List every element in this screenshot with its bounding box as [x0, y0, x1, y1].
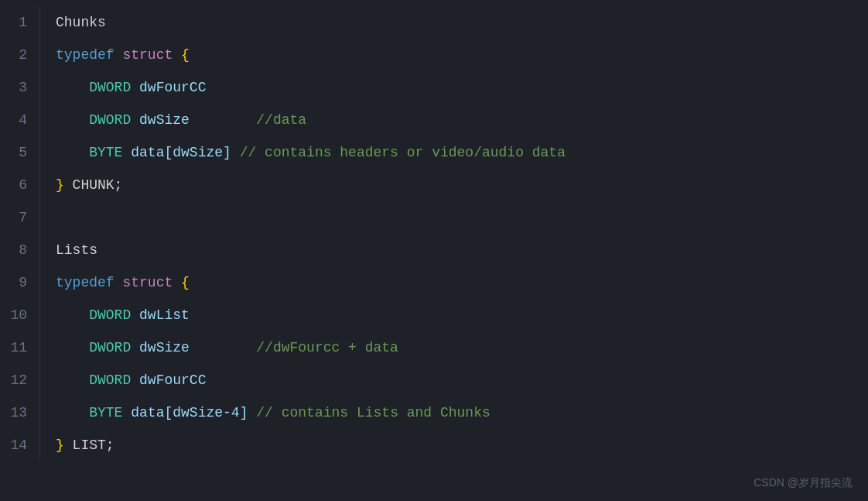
code-line: 8Lists: [0, 234, 868, 266]
code-token: [131, 372, 139, 388]
line-number: 12: [0, 364, 40, 396]
code-token: DWORD: [89, 372, 131, 388]
code-lines: 1Chunks2typedef struct {3 DWORD dwFourCC…: [0, 6, 868, 462]
code-line: 10 DWORD dwList: [0, 299, 868, 331]
code-token: // contains Lists and Chunks: [256, 405, 490, 420]
code-token: dwSize: [139, 340, 190, 355]
code-token: dwSize: [139, 112, 190, 128]
line-number: 14: [0, 429, 40, 462]
code-token: [56, 145, 89, 160]
code-token: [114, 47, 123, 63]
code-token: typedef: [56, 47, 114, 63]
code-token: [231, 145, 240, 160]
code-token: //data: [256, 112, 306, 128]
code-line: 2typedef struct {: [0, 39, 868, 71]
code-line: 11 DWORD dwSize //dwFourcc + data: [0, 331, 868, 364]
line-content: BYTE data[dwSize-4] // contains Lists an…: [40, 396, 490, 429]
line-number: 6: [0, 169, 40, 201]
line-content: DWORD dwFourCC: [40, 71, 206, 104]
line-number: 13: [0, 396, 40, 429]
code-token: [56, 307, 89, 323]
code-token: struct: [122, 275, 173, 290]
line-number: 7: [0, 201, 40, 234]
code-token: [56, 80, 89, 95]
code-token: dwList: [139, 307, 190, 323]
watermark: CSDN @岁月指尖流: [754, 476, 853, 490]
code-token: {: [173, 47, 190, 63]
code-token: Lists: [56, 242, 97, 258]
line-content: BYTE data[dwSize] // contains headers or…: [40, 136, 566, 169]
code-token: dwFourCC: [139, 372, 206, 388]
line-number: 9: [0, 266, 40, 299]
line-number: 1: [0, 6, 40, 39]
line-number: 3: [0, 71, 40, 104]
code-line: 6} CHUNK;: [0, 169, 868, 201]
code-token: Chunks: [56, 15, 106, 30]
line-content: } CHUNK;: [40, 169, 122, 201]
code-token: [190, 112, 256, 128]
code-token: struct: [122, 47, 173, 63]
code-line: 7: [0, 201, 868, 234]
code-token: [190, 340, 256, 355]
line-number: 2: [0, 39, 40, 71]
code-token: [56, 405, 89, 420]
line-number: 11: [0, 331, 40, 364]
line-content: typedef struct {: [40, 39, 190, 71]
code-line: 12 DWORD dwFourCC: [0, 364, 868, 396]
code-token: }: [56, 177, 64, 193]
code-line: 14} LIST;: [0, 429, 868, 462]
code-token: data[dwSize-4]: [131, 405, 248, 420]
code-token: DWORD: [89, 307, 131, 323]
line-number: 10: [0, 299, 40, 331]
code-token: [131, 307, 139, 323]
code-token: [56, 112, 89, 128]
code-token: BYTE: [89, 405, 122, 420]
code-token: BYTE: [89, 145, 122, 160]
code-token: CHUNK;: [64, 177, 123, 193]
line-content: DWORD dwFourCC: [40, 364, 206, 396]
code-token: [122, 145, 131, 160]
line-number: 8: [0, 234, 40, 266]
code-token: DWORD: [89, 112, 131, 128]
line-content: typedef struct {: [40, 266, 190, 299]
line-content: Chunks: [40, 6, 106, 39]
line-content: DWORD dwSize //dwFourcc + data: [40, 331, 398, 364]
code-line: 3 DWORD dwFourCC: [0, 71, 868, 104]
code-token: [56, 340, 89, 355]
code-token: [56, 372, 89, 388]
line-number: 5: [0, 136, 40, 169]
line-content: Lists: [40, 234, 97, 266]
code-token: [131, 112, 139, 128]
code-token: LIST;: [64, 438, 114, 453]
code-token: [131, 340, 139, 355]
code-token: [131, 80, 139, 95]
code-line: 13 BYTE data[dwSize-4] // contains Lists…: [0, 396, 868, 429]
code-token: //dwFourcc + data: [256, 340, 398, 355]
code-token: DWORD: [89, 340, 131, 355]
line-content: } LIST;: [40, 429, 114, 462]
code-token: [114, 275, 123, 290]
line-content: DWORD dwList: [40, 299, 190, 331]
code-token: dwFourCC: [139, 80, 206, 95]
code-token: {: [173, 275, 190, 290]
code-token: typedef: [56, 275, 114, 290]
code-token: data[dwSize]: [131, 145, 231, 160]
code-token: // contains headers or video/audio data: [240, 145, 566, 160]
code-line: 1Chunks: [0, 6, 868, 39]
code-token: }: [56, 438, 64, 453]
code-line: 4 DWORD dwSize //data: [0, 104, 868, 136]
code-token: DWORD: [89, 80, 131, 95]
code-token: [122, 405, 131, 420]
code-editor: 1Chunks2typedef struct {3 DWORD dwFourCC…: [0, 0, 868, 501]
code-line: 5 BYTE data[dwSize] // contains headers …: [0, 136, 868, 169]
code-token: [248, 405, 256, 420]
code-line: 9typedef struct {: [0, 266, 868, 299]
line-number: 4: [0, 104, 40, 136]
line-content: DWORD dwSize //data: [40, 104, 306, 136]
